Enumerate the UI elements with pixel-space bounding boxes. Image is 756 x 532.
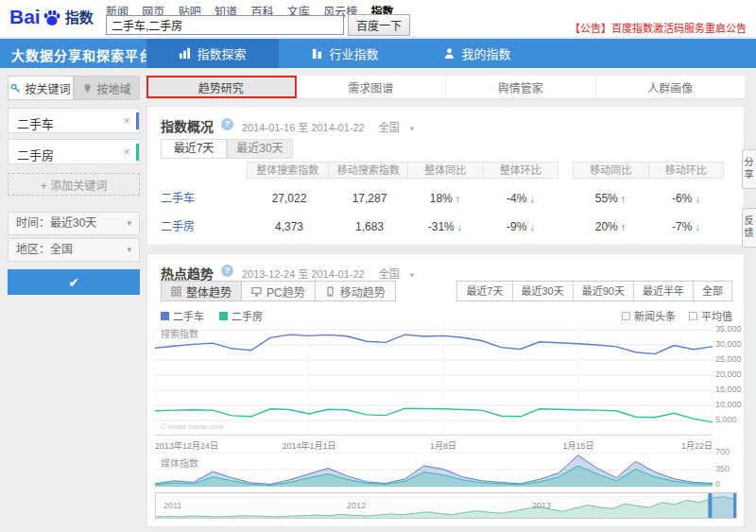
column-label: 整体环比 xyxy=(483,163,558,178)
phone-icon xyxy=(325,286,335,297)
date-range-text: 2013-12-24 至 2014-01-22 xyxy=(242,268,365,280)
keyword-item: 二手房 × xyxy=(8,139,140,164)
y-axis-label: 0 xyxy=(715,479,745,489)
tab-label: 按关键词 xyxy=(25,80,70,96)
region-filter-label: 地区：全国 xyxy=(16,243,73,256)
legend-label: 二手车 xyxy=(173,308,204,323)
chevron-down-icon: ▾ xyxy=(410,270,415,280)
confirm-button[interactable]: ✔ xyxy=(8,269,140,295)
keyword-link[interactable]: 二手房 xyxy=(161,215,195,239)
remove-keyword-icon[interactable]: × xyxy=(123,145,130,159)
monitor-icon xyxy=(251,286,262,297)
tab-overall-trend[interactable]: 整体趋势 xyxy=(161,281,242,301)
share-tab[interactable]: 分享 xyxy=(742,149,756,189)
tab-by-region[interactable]: 按地域 xyxy=(74,76,140,100)
tab-sentiment-manager[interactable]: 舆情管家 xyxy=(446,76,596,98)
tab-label: 移动趋势 xyxy=(340,283,386,300)
help-icon[interactable]: ? xyxy=(221,265,233,277)
trend-arrow: ↑ xyxy=(455,193,461,204)
chevron-down-icon: ▾ xyxy=(410,124,415,133)
tab-label: 行业指数 xyxy=(329,44,378,62)
range-half-year-button[interactable]: 最近半年 xyxy=(633,281,694,301)
tab-demand-graph[interactable]: 需求图谱 xyxy=(297,76,447,98)
panel-title: 热点趋势 xyxy=(161,264,214,283)
year-label: 2012 xyxy=(347,501,366,510)
year-label: 2011 xyxy=(163,501,181,510)
tab-audience-profile[interactable]: 人群画像 xyxy=(596,76,746,98)
average-checkbox[interactable]: 平均值 xyxy=(689,308,732,323)
trend-arrow: ↓ xyxy=(695,193,700,204)
watermark: © index.baidu.com xyxy=(161,422,223,431)
keyword-link[interactable]: 二手车 xyxy=(161,186,195,211)
checkbox-label: 新闻头条 xyxy=(634,308,676,323)
tab-label: PC趋势 xyxy=(266,283,305,300)
tab-by-keyword[interactable]: 按关键词 xyxy=(8,76,74,100)
range-7d-button[interactable]: 最近7天 xyxy=(456,281,512,301)
tab-index-explore[interactable]: 指数探索 xyxy=(146,39,279,68)
mobile-search-index: 1,683 xyxy=(332,215,407,239)
x-axis-label: 1月22日 xyxy=(673,439,713,452)
range-90d-button[interactable]: 最近90天 xyxy=(573,281,634,301)
search-index-label: 搜索指数 xyxy=(161,326,198,340)
overall-yoy-change: -31%↓ xyxy=(407,215,483,239)
x-axis-label: 1月15日 xyxy=(545,439,611,452)
media-index-label: 媒体指数 xyxy=(161,455,198,470)
mobile-mom-change: -7%↓ xyxy=(648,215,724,239)
trend-arrow: ↓ xyxy=(695,221,700,232)
checkbox-icon xyxy=(622,312,630,320)
timeline-mini-chart[interactable] xyxy=(156,493,736,518)
range-30d-button[interactable]: 最近30天 xyxy=(512,281,574,301)
tab-mobile-trend[interactable]: 移动趋势 xyxy=(315,281,396,301)
trend-arrow: ↑ xyxy=(621,193,627,204)
overall-mom-change: -4%↓ xyxy=(483,186,558,211)
remove-keyword-icon[interactable]: × xyxy=(123,113,130,128)
time-filter[interactable]: 时间：最近30天 ▾ xyxy=(8,212,140,235)
tab-industry-index[interactable]: 行业指数 xyxy=(279,39,411,68)
region-filter[interactable]: 地区：全国 ▾ xyxy=(8,238,140,262)
overall-yoy-change: 18%↑ xyxy=(407,186,483,211)
tab-trend-research[interactable]: 趋势研究 xyxy=(146,76,297,98)
tab-last-30-days[interactable]: 最近30天 xyxy=(227,139,293,159)
baidu-logo[interactable]: Bai 指数 xyxy=(9,7,94,27)
tab-label: 我的指数 xyxy=(461,44,510,62)
chevron-down-icon: ▾ xyxy=(127,213,131,234)
bar-chart-icon xyxy=(179,47,191,60)
tab-last-7-days[interactable]: 最近7天 xyxy=(161,139,227,159)
platform-slogan: 大数据分享和探索平台 xyxy=(11,45,153,64)
feature-tabs: 趋势研究 需求图谱 舆情管家 人群画像 xyxy=(146,76,745,99)
region-text: 全国 xyxy=(379,122,400,133)
news-headlines-checkbox[interactable]: 新闻头条 xyxy=(622,308,676,323)
overall-search-index: 4,373 xyxy=(251,215,327,239)
column-label: 移动同比 xyxy=(574,163,648,178)
keyword-item: 二手车 × xyxy=(8,108,140,133)
history-range-slider[interactable]: 2011 2012 2013 xyxy=(155,492,737,519)
keyword-color-strip xyxy=(136,112,139,129)
overview-period-tabs: 最近7天 最近30天 xyxy=(161,139,293,159)
date-range: 2014-01-16 至 2014-01-22 全国 ▾ xyxy=(242,119,414,134)
keyword-label: 二手房 xyxy=(17,146,54,163)
legend-item-house[interactable]: 二手房 xyxy=(219,308,263,323)
column-label: 整体搜索指数 xyxy=(248,163,328,178)
legend-item-car[interactable]: 二手车 xyxy=(161,308,204,323)
announcement-link[interactable]: 【公告】百度指数激活码服务重启公告 xyxy=(570,20,747,35)
tab-label: 指数探索 xyxy=(197,44,246,62)
help-icon[interactable]: ? xyxy=(221,118,233,130)
chart-legend: 二手车 二手房 xyxy=(161,308,263,323)
region-text: 全国 xyxy=(379,268,400,280)
trend-type-tabs: 整体趋势 PC趋势 移动趋势 xyxy=(161,281,395,301)
search-input[interactable] xyxy=(106,15,344,35)
tab-my-index[interactable]: 我的指数 xyxy=(411,39,543,68)
feedback-tab[interactable]: 反馈 xyxy=(742,208,756,248)
hot-trend-panel: 热点趋势 ? 2013-12-24 至 2014-01-22 全国 ▾ 整体趋势… xyxy=(146,253,745,527)
map-pin-icon xyxy=(82,83,93,94)
mobile-mom-change: -6%↓ xyxy=(648,186,724,211)
add-keyword-button[interactable]: + 添加关键词 xyxy=(8,173,140,196)
column-header-overall-change: 整体同比 整体环比 xyxy=(407,162,558,179)
tab-pc-trend[interactable]: PC趋势 xyxy=(241,281,316,301)
range-all-button[interactable]: 全部 xyxy=(693,281,732,301)
x-axis-label: 1月8日 xyxy=(410,439,476,452)
search-button[interactable]: 百度一下 xyxy=(348,14,410,36)
legend-label: 二手房 xyxy=(232,308,263,323)
tab-label: 按地域 xyxy=(96,80,130,96)
y-axis-label: 35,000 xyxy=(715,324,745,334)
